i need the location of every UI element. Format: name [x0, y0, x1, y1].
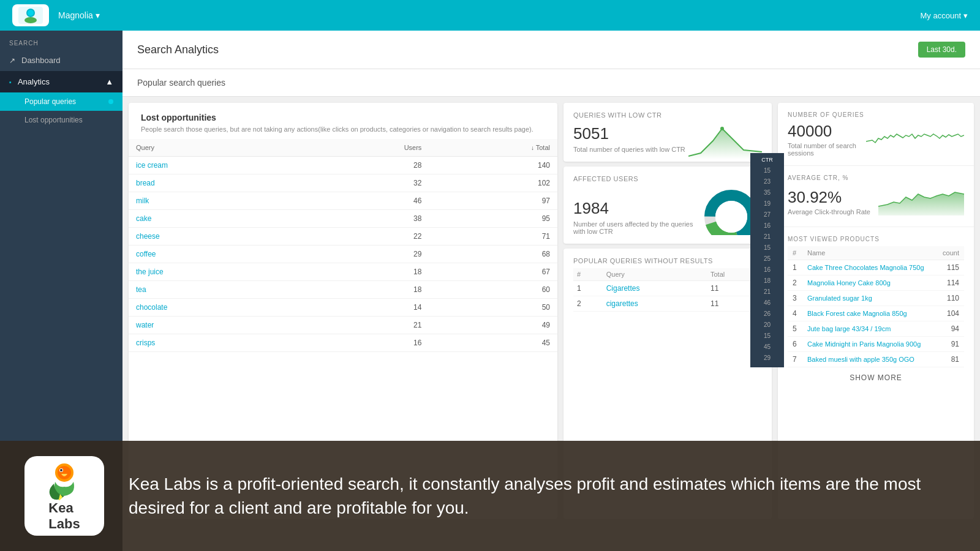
avg-ctr-chart — [878, 185, 964, 218]
name-cell[interactable]: Black Forest cake Magnolia 850g — [802, 306, 937, 321]
ctr-value: 19 — [753, 198, 782, 209]
ctr-value: 29 — [753, 353, 782, 364]
branding-tagline: Kea Labs is a profit-oriented search, it… — [129, 472, 956, 520]
ctr-value: 15 — [753, 165, 782, 176]
affected-users-widget: AFFECTED USERS 1984 Number of users affe… — [564, 167, 772, 244]
query-cell[interactable]: Cigarettes — [603, 281, 707, 296]
count-cell: 94 — [937, 321, 964, 337]
num-cell: 1 — [573, 281, 603, 296]
name-cell[interactable]: Jute bag large 43/34 / 19cm — [802, 321, 937, 337]
table-row: 4Black Forest cake Magnolia 850g104 — [788, 306, 964, 321]
table-row: ice cream28140 — [129, 157, 557, 174]
query-cell[interactable]: bread — [129, 174, 306, 192]
col-query: Query — [129, 139, 306, 157]
ctr-value: 23 — [753, 176, 782, 187]
num-queries-section: NUMBER OF QUERIES 40000 Total number of … — [778, 103, 974, 166]
query-cell[interactable]: chocolate — [129, 299, 306, 317]
queries-low-ctr-title: QUERIES WITH LOW CTR — [573, 111, 762, 119]
col-num: # — [573, 268, 603, 281]
most-viewed-table: # Name count 1Cake Three Chocolates Magn… — [788, 246, 964, 367]
users-cell: 38 — [306, 210, 429, 228]
sidebar-item-dashboard[interactable]: ↗ Dashboard — [0, 50, 123, 71]
svg-point-2 — [28, 10, 34, 16]
sidebar-item-popular-queries[interactable]: Popular queries — [0, 92, 123, 111]
ctr-column: CTR 152335192716211525161821462620154529 — [750, 153, 784, 367]
query-cell[interactable]: cheese — [129, 228, 306, 246]
query-cell[interactable]: crisps — [129, 334, 306, 352]
table-row: 2cigarettes11 — [573, 296, 762, 312]
table-row: coffee2968 — [129, 246, 557, 263]
affected-users-desc: Number of users affected by the queries … — [573, 220, 701, 235]
panel-header: Lost opportunities People search those q… — [129, 103, 557, 139]
table-row: the juice1867 — [129, 263, 557, 281]
sidebar-item-analytics[interactable]: ▪ Analytics ▲ — [0, 71, 123, 92]
table-row: 5Jute bag large 43/34 / 19cm94 — [788, 321, 964, 337]
query-cell[interactable]: tea — [129, 281, 306, 299]
name-cell[interactable]: Baked muesli with apple 350g OGO — [802, 352, 937, 367]
ctr-value: 46 — [753, 298, 782, 309]
num-queries-title: NUMBER OF QUERIES — [788, 111, 964, 118]
num-cell: 7 — [788, 352, 802, 367]
ctr-value: 21 — [753, 231, 782, 242]
query-cell[interactable]: water — [129, 317, 306, 334]
users-cell: 21 — [306, 317, 429, 334]
page-title: Search Analytics — [137, 43, 219, 56]
ctr-value: 45 — [753, 342, 782, 353]
ctr-value: 35 — [753, 187, 782, 198]
sidebar-item-lost-opportunities[interactable]: Lost opportunities — [0, 111, 123, 129]
most-viewed-rows: 1Cake Three Chocolates Magnolia 750g1152… — [788, 260, 964, 367]
query-cell[interactable]: the juice — [129, 263, 306, 281]
analytics-icon: ▪ — [9, 78, 12, 86]
table-row: 2Magnolia Honey Cake 800g114 — [788, 276, 964, 291]
table-row: chocolate1450 — [129, 299, 557, 317]
most-viewed-title: MOST VIEWED PRODUCTS — [788, 236, 964, 242]
lost-opp-table: Query Users ↓ Total ice cream28140bread3… — [129, 139, 557, 352]
total-cell: 95 — [429, 210, 557, 228]
ctr-value: 18 — [753, 276, 782, 287]
name-cell[interactable]: Cake Three Chocolates Magnolia 750g — [802, 260, 937, 276]
table-row: 3Granulated sugar 1kg110 — [788, 291, 964, 306]
users-cell: 28 — [306, 157, 429, 174]
query-cell[interactable]: ice cream — [129, 157, 306, 174]
table-row: crisps1645 — [129, 334, 557, 352]
col-count: count — [937, 246, 964, 260]
table-row: cake3895 — [129, 210, 557, 228]
no-results-rows: 1Cigarettes112cigarettes11 — [573, 281, 762, 312]
query-cell[interactable]: cigarettes — [603, 296, 707, 312]
svg-point-12 — [60, 469, 62, 471]
show-more-button[interactable]: SHOW MORE — [788, 367, 964, 388]
total-cell: 71 — [429, 228, 557, 246]
col-name: Name — [802, 246, 937, 260]
table-row: 7Baked muesli with apple 350g OGO81 — [788, 352, 964, 367]
users-cell: 18 — [306, 281, 429, 299]
count-cell: 114 — [937, 276, 964, 291]
total-cell: 67 — [429, 263, 557, 281]
query-cell[interactable]: cake — [129, 210, 306, 228]
ctr-value: 21 — [753, 287, 782, 298]
branding-logo: Kea Labs — [24, 456, 104, 536]
col-hash: # — [788, 246, 802, 260]
query-cell[interactable]: coffee — [129, 246, 306, 263]
num-cell: 2 — [573, 296, 603, 312]
affected-users-title: AFFECTED USERS — [573, 175, 762, 182]
query-cell[interactable]: milk — [129, 192, 306, 210]
magnolia-dropdown[interactable]: Magnolia ▾ — [58, 10, 100, 20]
queries-low-ctr-desc: Total number of queries with low CTR — [573, 146, 685, 153]
num-cell: 4 — [788, 306, 802, 321]
date-filter-button[interactable]: Last 30d. — [918, 42, 965, 58]
table-row: bread32102 — [129, 174, 557, 192]
name-cell[interactable]: Granulated sugar 1kg — [802, 291, 937, 306]
ctr-value: 16 — [753, 220, 782, 231]
most-viewed-section: MOST VIEWED PRODUCTS # Name count 1Cake … — [778, 227, 974, 388]
name-cell[interactable]: Magnolia Honey Cake 800g — [802, 276, 937, 291]
ctr-value: 27 — [753, 209, 782, 220]
table-row: 6Cake Midnight in Paris Magnolia 900g91 — [788, 337, 964, 352]
my-account-button[interactable]: My account ▾ — [921, 11, 968, 20]
total-cell: 49 — [429, 317, 557, 334]
avg-ctr-title: AVERAGE CTR, % — [788, 174, 964, 181]
nav-left: Magnolia ▾ — [12, 4, 100, 26]
branding-bar: Kea Labs Kea Labs is a profit-oriented s… — [0, 441, 980, 551]
avg-ctr-number: 30.92% — [788, 188, 870, 207]
app-logo — [12, 4, 49, 26]
name-cell[interactable]: Cake Midnight in Paris Magnolia 900g — [802, 337, 937, 352]
